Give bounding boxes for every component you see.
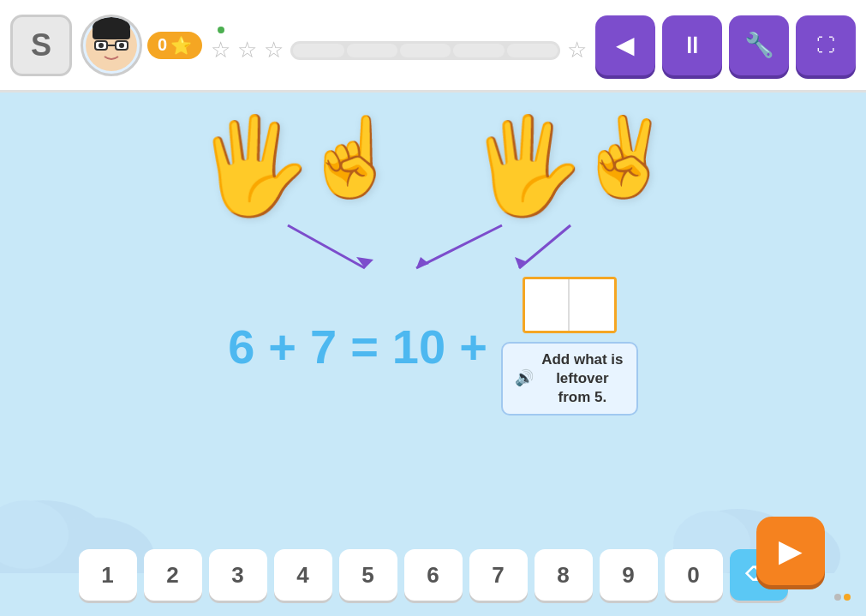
hand-5-right: 🖐 bbox=[468, 118, 585, 212]
eq-plus2: + bbox=[459, 319, 487, 374]
num-btn-8[interactable]: 8 bbox=[535, 549, 593, 601]
eq-equals: = bbox=[350, 319, 379, 374]
svg-point-12 bbox=[119, 43, 124, 48]
answer-box-1[interactable] bbox=[525, 279, 570, 331]
hand-2-right: ✌ bbox=[576, 118, 672, 212]
eq-num2: 7 bbox=[310, 319, 337, 374]
score-badge: 0 ⭐ bbox=[147, 32, 202, 59]
dot-2 bbox=[844, 594, 851, 601]
equation-wrapper: 6 + 7 = 10 + 🔊 Add what is leftover from… bbox=[228, 277, 638, 416]
pause-button[interactable]: ⏸ bbox=[662, 15, 722, 75]
hands-area: 🖐 ☝ 🖐 ✌ bbox=[194, 118, 672, 212]
num-btn-7[interactable]: 7 bbox=[469, 549, 528, 601]
score-value: 0 bbox=[158, 35, 167, 55]
eq-plus1: + bbox=[268, 319, 296, 374]
fullscreen-button[interactable]: ⛶ bbox=[796, 15, 856, 75]
score-star-icon: ⭐ bbox=[170, 35, 192, 56]
arrows-area bbox=[194, 221, 673, 277]
answer-wrapper: 🔊 Add what is leftover from 5. bbox=[501, 277, 638, 416]
speaker-icon: 🔊 bbox=[515, 368, 534, 388]
eq-num1: 6 bbox=[228, 319, 254, 374]
svg-marker-15 bbox=[356, 257, 373, 268]
answer-boxes[interactable] bbox=[523, 277, 617, 333]
avatar-area: 0 ⭐ bbox=[81, 15, 202, 76]
submit-arrow-icon: ▶ bbox=[779, 533, 803, 569]
wrench-icon: 🔧 bbox=[744, 31, 774, 59]
hand-1-left: ☝ bbox=[303, 118, 399, 212]
svg-rect-8 bbox=[93, 27, 130, 39]
fullscreen-icon: ⛶ bbox=[816, 34, 835, 57]
star-2: ☆ bbox=[237, 37, 257, 63]
tooltip-bubble: 🔊 Add what is leftover from 5. bbox=[501, 342, 638, 416]
svg-line-18 bbox=[519, 225, 570, 268]
num-btn-4[interactable]: 4 bbox=[274, 549, 332, 601]
svg-point-11 bbox=[99, 43, 104, 48]
submit-dots bbox=[834, 594, 851, 601]
num-btn-1[interactable]: 1 bbox=[79, 549, 137, 601]
num-btn-5[interactable]: 5 bbox=[339, 549, 397, 601]
stars-row: ☆ ☆ ☆ bbox=[211, 37, 284, 63]
hand-group-left: 🖐 ☝ bbox=[194, 118, 399, 212]
main-content: 🖐 ☝ 🖐 ✌ bbox=[0, 93, 866, 616]
progress-area: ☆ ☆ ☆ ☆ bbox=[211, 27, 587, 63]
star-1: ☆ bbox=[211, 37, 230, 63]
number-pad: 1 2 3 4 5 6 7 8 9 0 ⌫ bbox=[79, 549, 788, 601]
back-button[interactable]: ◀ bbox=[595, 15, 655, 75]
progress-seg-1 bbox=[293, 44, 343, 57]
num-btn-2[interactable]: 2 bbox=[144, 549, 202, 601]
equation-area: 6 + 7 = 10 + 🔊 Add what is leftover from… bbox=[228, 277, 638, 416]
pause-icon: ⏸ bbox=[680, 31, 704, 59]
back-icon: ◀ bbox=[616, 31, 635, 59]
progress-seg-4 bbox=[453, 44, 504, 57]
svg-line-14 bbox=[288, 225, 365, 268]
progress-seg-5 bbox=[507, 44, 558, 57]
avatar bbox=[81, 15, 142, 76]
top-bar: S 0 ⭐ bbox=[0, 0, 866, 93]
eq-num3: 10 bbox=[392, 319, 445, 374]
star-3: ☆ bbox=[264, 37, 284, 63]
progress-bar-container: ☆ ☆ ☆ ☆ bbox=[211, 37, 587, 63]
num-btn-6[interactable]: 6 bbox=[404, 549, 463, 601]
hand-5-left: 🖐 bbox=[194, 118, 312, 212]
dot-1 bbox=[834, 594, 841, 601]
progress-seg-3 bbox=[400, 44, 451, 57]
progress-seg-2 bbox=[347, 44, 397, 57]
svg-marker-17 bbox=[416, 257, 429, 268]
num-btn-9[interactable]: 9 bbox=[600, 549, 658, 601]
logo: S bbox=[10, 15, 72, 76]
hand-group-right: 🖐 ✌ bbox=[468, 118, 672, 212]
tooltip-text: Add what is leftover from 5. bbox=[541, 350, 624, 407]
svg-marker-19 bbox=[515, 257, 528, 268]
star-last: ☆ bbox=[567, 37, 587, 63]
answer-box-2[interactable] bbox=[570, 279, 614, 331]
submit-button[interactable]: ▶ bbox=[756, 517, 825, 585]
arrows-svg bbox=[194, 221, 673, 277]
settings-button[interactable]: 🔧 bbox=[729, 15, 789, 75]
top-controls: ◀ ⏸ 🔧 ⛶ bbox=[595, 15, 856, 75]
hands-section: 🖐 ☝ 🖐 ✌ bbox=[194, 118, 673, 277]
svg-line-16 bbox=[416, 225, 502, 268]
logo-letter: S bbox=[31, 27, 51, 63]
tooltip: 🔊 Add what is leftover from 5. bbox=[501, 342, 638, 416]
num-btn-3[interactable]: 3 bbox=[209, 549, 267, 601]
progress-bar bbox=[290, 41, 560, 60]
progress-indicator bbox=[218, 27, 224, 33]
num-btn-0[interactable]: 0 bbox=[665, 549, 723, 601]
